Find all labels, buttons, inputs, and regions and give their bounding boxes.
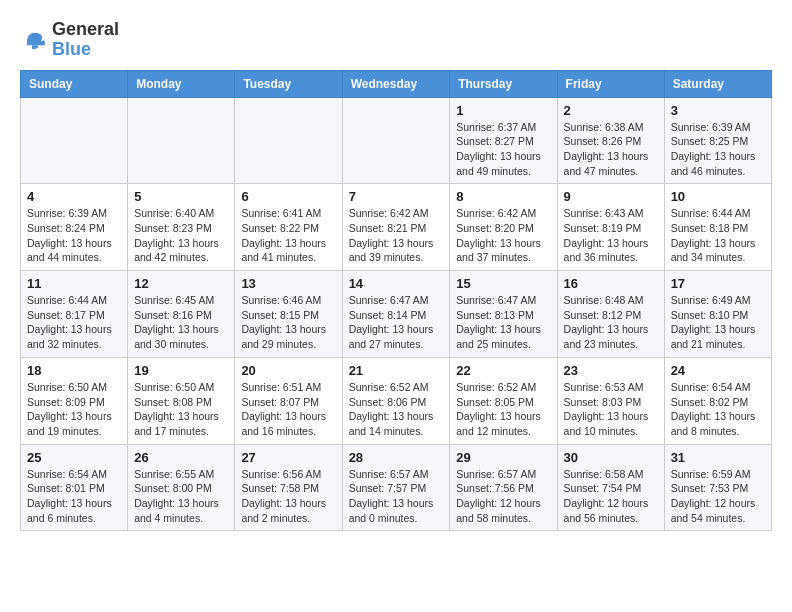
weekday-header-friday: Friday [557,70,664,97]
calendar-table: SundayMondayTuesdayWednesdayThursdayFrid… [20,70,772,532]
day-number: 15 [456,276,550,291]
day-number: 7 [349,189,444,204]
calendar-cell: 11Sunrise: 6:44 AM Sunset: 8:17 PM Dayli… [21,271,128,358]
day-info: Sunrise: 6:52 AM Sunset: 8:06 PM Dayligh… [349,380,444,439]
calendar-week-3: 11Sunrise: 6:44 AM Sunset: 8:17 PM Dayli… [21,271,772,358]
calendar-cell: 10Sunrise: 6:44 AM Sunset: 8:18 PM Dayli… [664,184,771,271]
logo: General Blue [20,20,119,60]
day-number: 17 [671,276,765,291]
calendar-cell: 21Sunrise: 6:52 AM Sunset: 8:06 PM Dayli… [342,357,450,444]
day-number: 8 [456,189,550,204]
calendar-cell: 3Sunrise: 6:39 AM Sunset: 8:25 PM Daylig… [664,97,771,184]
day-number: 3 [671,103,765,118]
calendar-cell: 24Sunrise: 6:54 AM Sunset: 8:02 PM Dayli… [664,357,771,444]
calendar-cell [21,97,128,184]
day-info: Sunrise: 6:39 AM Sunset: 8:24 PM Dayligh… [27,206,121,265]
day-info: Sunrise: 6:51 AM Sunset: 8:07 PM Dayligh… [241,380,335,439]
calendar-cell: 20Sunrise: 6:51 AM Sunset: 8:07 PM Dayli… [235,357,342,444]
calendar-cell: 25Sunrise: 6:54 AM Sunset: 8:01 PM Dayli… [21,444,128,531]
day-info: Sunrise: 6:43 AM Sunset: 8:19 PM Dayligh… [564,206,658,265]
day-info: Sunrise: 6:54 AM Sunset: 8:01 PM Dayligh… [27,467,121,526]
day-info: Sunrise: 6:37 AM Sunset: 8:27 PM Dayligh… [456,120,550,179]
day-number: 23 [564,363,658,378]
day-number: 19 [134,363,228,378]
day-info: Sunrise: 6:42 AM Sunset: 8:20 PM Dayligh… [456,206,550,265]
day-number: 29 [456,450,550,465]
calendar-week-4: 18Sunrise: 6:50 AM Sunset: 8:09 PM Dayli… [21,357,772,444]
day-info: Sunrise: 6:49 AM Sunset: 8:10 PM Dayligh… [671,293,765,352]
calendar-cell: 8Sunrise: 6:42 AM Sunset: 8:20 PM Daylig… [450,184,557,271]
calendar-cell: 27Sunrise: 6:56 AM Sunset: 7:58 PM Dayli… [235,444,342,531]
calendar-cell: 29Sunrise: 6:57 AM Sunset: 7:56 PM Dayli… [450,444,557,531]
day-info: Sunrise: 6:48 AM Sunset: 8:12 PM Dayligh… [564,293,658,352]
logo-text: General Blue [52,20,119,60]
calendar-cell: 26Sunrise: 6:55 AM Sunset: 8:00 PM Dayli… [128,444,235,531]
day-info: Sunrise: 6:50 AM Sunset: 8:09 PM Dayligh… [27,380,121,439]
weekday-header-row: SundayMondayTuesdayWednesdayThursdayFrid… [21,70,772,97]
calendar-cell: 15Sunrise: 6:47 AM Sunset: 8:13 PM Dayli… [450,271,557,358]
weekday-header-wednesday: Wednesday [342,70,450,97]
calendar-cell: 30Sunrise: 6:58 AM Sunset: 7:54 PM Dayli… [557,444,664,531]
calendar-cell: 13Sunrise: 6:46 AM Sunset: 8:15 PM Dayli… [235,271,342,358]
calendar-cell: 14Sunrise: 6:47 AM Sunset: 8:14 PM Dayli… [342,271,450,358]
day-number: 2 [564,103,658,118]
day-number: 27 [241,450,335,465]
calendar-cell: 18Sunrise: 6:50 AM Sunset: 8:09 PM Dayli… [21,357,128,444]
day-info: Sunrise: 6:41 AM Sunset: 8:22 PM Dayligh… [241,206,335,265]
day-number: 6 [241,189,335,204]
day-info: Sunrise: 6:58 AM Sunset: 7:54 PM Dayligh… [564,467,658,526]
calendar-cell: 19Sunrise: 6:50 AM Sunset: 8:08 PM Dayli… [128,357,235,444]
weekday-header-tuesday: Tuesday [235,70,342,97]
calendar-cell: 16Sunrise: 6:48 AM Sunset: 8:12 PM Dayli… [557,271,664,358]
calendar-cell: 7Sunrise: 6:42 AM Sunset: 8:21 PM Daylig… [342,184,450,271]
day-info: Sunrise: 6:47 AM Sunset: 8:13 PM Dayligh… [456,293,550,352]
day-number: 14 [349,276,444,291]
day-number: 10 [671,189,765,204]
calendar-cell [342,97,450,184]
day-number: 11 [27,276,121,291]
day-info: Sunrise: 6:54 AM Sunset: 8:02 PM Dayligh… [671,380,765,439]
day-number: 4 [27,189,121,204]
calendar-cell: 23Sunrise: 6:53 AM Sunset: 8:03 PM Dayli… [557,357,664,444]
calendar-cell [235,97,342,184]
weekday-header-sunday: Sunday [21,70,128,97]
page-header: General Blue [20,20,772,60]
calendar-week-2: 4Sunrise: 6:39 AM Sunset: 8:24 PM Daylig… [21,184,772,271]
weekday-header-saturday: Saturday [664,70,771,97]
day-info: Sunrise: 6:47 AM Sunset: 8:14 PM Dayligh… [349,293,444,352]
day-info: Sunrise: 6:45 AM Sunset: 8:16 PM Dayligh… [134,293,228,352]
calendar-cell: 9Sunrise: 6:43 AM Sunset: 8:19 PM Daylig… [557,184,664,271]
day-info: Sunrise: 6:50 AM Sunset: 8:08 PM Dayligh… [134,380,228,439]
day-info: Sunrise: 6:52 AM Sunset: 8:05 PM Dayligh… [456,380,550,439]
day-number: 26 [134,450,228,465]
day-number: 20 [241,363,335,378]
day-info: Sunrise: 6:56 AM Sunset: 7:58 PM Dayligh… [241,467,335,526]
day-number: 9 [564,189,658,204]
calendar-cell: 31Sunrise: 6:59 AM Sunset: 7:53 PM Dayli… [664,444,771,531]
calendar-cell: 22Sunrise: 6:52 AM Sunset: 8:05 PM Dayli… [450,357,557,444]
calendar-cell: 6Sunrise: 6:41 AM Sunset: 8:22 PM Daylig… [235,184,342,271]
calendar-cell: 28Sunrise: 6:57 AM Sunset: 7:57 PM Dayli… [342,444,450,531]
day-number: 22 [456,363,550,378]
day-info: Sunrise: 6:42 AM Sunset: 8:21 PM Dayligh… [349,206,444,265]
calendar-cell: 17Sunrise: 6:49 AM Sunset: 8:10 PM Dayli… [664,271,771,358]
day-info: Sunrise: 6:38 AM Sunset: 8:26 PM Dayligh… [564,120,658,179]
day-info: Sunrise: 6:46 AM Sunset: 8:15 PM Dayligh… [241,293,335,352]
calendar-cell [128,97,235,184]
day-info: Sunrise: 6:44 AM Sunset: 8:17 PM Dayligh… [27,293,121,352]
calendar-week-5: 25Sunrise: 6:54 AM Sunset: 8:01 PM Dayli… [21,444,772,531]
logo-icon [20,26,48,54]
calendar-cell: 1Sunrise: 6:37 AM Sunset: 8:27 PM Daylig… [450,97,557,184]
calendar-week-1: 1Sunrise: 6:37 AM Sunset: 8:27 PM Daylig… [21,97,772,184]
day-number: 5 [134,189,228,204]
day-info: Sunrise: 6:44 AM Sunset: 8:18 PM Dayligh… [671,206,765,265]
calendar-cell: 12Sunrise: 6:45 AM Sunset: 8:16 PM Dayli… [128,271,235,358]
day-number: 16 [564,276,658,291]
calendar-cell: 2Sunrise: 6:38 AM Sunset: 8:26 PM Daylig… [557,97,664,184]
calendar-cell: 4Sunrise: 6:39 AM Sunset: 8:24 PM Daylig… [21,184,128,271]
day-number: 21 [349,363,444,378]
day-info: Sunrise: 6:39 AM Sunset: 8:25 PM Dayligh… [671,120,765,179]
day-info: Sunrise: 6:55 AM Sunset: 8:00 PM Dayligh… [134,467,228,526]
day-info: Sunrise: 6:59 AM Sunset: 7:53 PM Dayligh… [671,467,765,526]
day-number: 28 [349,450,444,465]
